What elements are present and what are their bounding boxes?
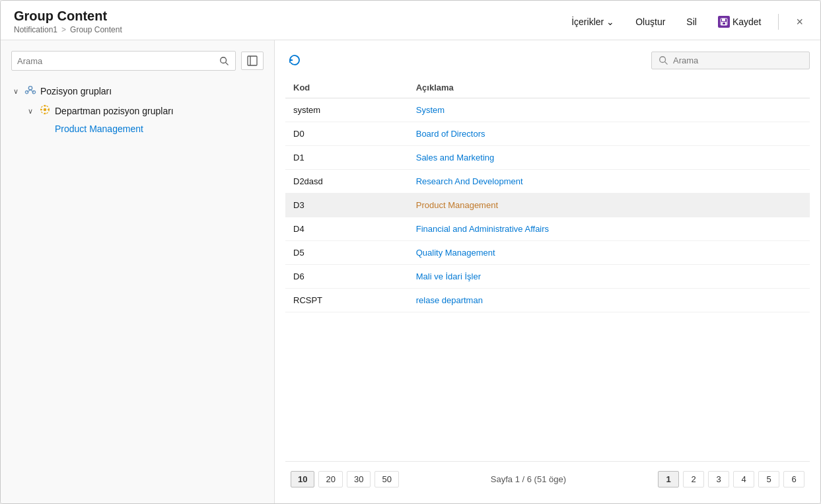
header: Group Content Notification1 > Group Cont… (1, 1, 820, 40)
body: ∨ Pozisyon grupları ∨ (1, 40, 820, 503)
tree-leaf-product[interactable]: Product Management (26, 121, 264, 137)
main-search-input[interactable] (673, 55, 803, 65)
pozisyon-icon (24, 84, 36, 98)
page-num-1[interactable]: 1 (658, 471, 679, 487)
cell-kod: D1 (285, 146, 408, 170)
table-row[interactable]: systemSystem (285, 98, 810, 122)
svg-point-18 (44, 113, 46, 115)
tree-item-pozisyon[interactable]: ∨ Pozisyon grupları (11, 81, 264, 101)
svg-rect-3 (723, 22, 725, 24)
table-row[interactable]: D3Product Management (285, 194, 810, 217)
main-window: Group Content Notification1 > Group Cont… (0, 0, 821, 504)
svg-point-16 (48, 109, 50, 111)
main-search-wrap (651, 52, 810, 69)
cell-kod: D3 (285, 194, 408, 217)
cell-aciklama: Quality Management (408, 241, 810, 265)
header-divider (778, 14, 779, 30)
tree-item-departman[interactable]: ∨ Departman pozisyon grupları (26, 101, 264, 121)
breadcrumb-separator: > (61, 25, 66, 34)
sidebar-search-bar (11, 51, 264, 71)
refresh-button[interactable] (285, 51, 304, 69)
page-num-2[interactable]: 2 (683, 471, 704, 487)
col-header-aciklama: Açıklama (408, 77, 810, 98)
svg-point-14 (44, 108, 47, 112)
panel-icon (247, 55, 258, 66)
sidebar-search-button[interactable] (218, 55, 230, 67)
header-actions: İçerikler ⌄ Oluştur Sil Kaydet (567, 13, 807, 30)
product-management-label: Product Management (55, 124, 143, 134)
page-numbers: 123456 (658, 471, 804, 487)
create-button[interactable]: Oluştur (631, 14, 669, 30)
main-search-icon (659, 55, 668, 65)
table-row[interactable]: D1Sales and Marketing (285, 146, 810, 170)
table-row[interactable]: D2dasdResearch And Development (285, 170, 810, 194)
svg-line-20 (665, 62, 668, 65)
cell-kod: D5 (285, 241, 408, 265)
cell-aciklama: Financial and Administrative Affairs (408, 217, 810, 241)
table-row[interactable]: RCSPTrelase departman (285, 289, 810, 312)
cell-kod: D2dasd (285, 170, 408, 194)
page-size-10[interactable]: 10 (291, 471, 314, 487)
sidebar-search-input[interactable] (17, 56, 214, 66)
close-button[interactable]: × (792, 13, 807, 30)
search-icon (219, 56, 229, 65)
cell-aciklama: System (408, 98, 810, 122)
contents-button[interactable]: İçerikler ⌄ (567, 14, 618, 30)
delete-button[interactable]: Sil (682, 14, 701, 30)
panel-toggle-button[interactable] (241, 52, 264, 70)
table-row[interactable]: D4Financial and Administrative Affairs (285, 217, 810, 241)
window-title: Group Content (14, 9, 567, 24)
refresh-icon (288, 54, 301, 67)
cell-aciklama: Sales and Marketing (408, 146, 810, 170)
cell-kod: RCSPT (285, 289, 408, 312)
save-icon (718, 16, 730, 28)
svg-rect-6 (248, 56, 257, 65)
page-num-6[interactable]: 6 (783, 471, 804, 487)
table-container: Kod Açıklama systemSystemD0Board of Dire… (285, 77, 810, 456)
page-num-5[interactable]: 5 (758, 471, 779, 487)
page-size-30[interactable]: 30 (347, 471, 371, 487)
table-row[interactable]: D0Board of Directors (285, 122, 810, 146)
chevron-down-icon: ⌄ (606, 17, 614, 27)
main-content: Kod Açıklama systemSystemD0Board of Dire… (275, 40, 820, 503)
tree: ∨ Pozisyon grupları ∨ (11, 81, 264, 137)
tree-children: ∨ Departman pozisyon grupları (11, 101, 264, 137)
cell-kod: D0 (285, 122, 408, 146)
cell-kod: D6 (285, 265, 408, 289)
cell-kod: D4 (285, 217, 408, 241)
sidebar: ∨ Pozisyon grupları ∨ (1, 40, 275, 503)
cell-aciklama: Product Management (408, 194, 810, 217)
cell-aciklama: Research And Development (408, 170, 810, 194)
page-sizes: 10203050 (291, 471, 399, 487)
cell-aciklama: relase departman (408, 289, 810, 312)
cell-aciklama: Board of Directors (408, 122, 810, 146)
page-info: Sayfa 1 / 6 (51 öge) (403, 474, 654, 484)
breadcrumb-current: Group Content (70, 25, 122, 34)
expand-icon-departman: ∨ (26, 107, 35, 116)
svg-line-5 (226, 63, 229, 65)
table-row[interactable]: D5Quality Management (285, 241, 810, 265)
pagination: 10203050 Sayfa 1 / 6 (51 öge) 123456 (285, 461, 810, 493)
departman-icon (39, 104, 51, 118)
cell-kod: system (285, 98, 408, 122)
svg-point-8 (28, 87, 32, 90)
breadcrumb-parent: Notification1 (14, 25, 57, 34)
page-num-4[interactable]: 4 (733, 471, 754, 487)
cell-aciklama: Mali ve İdari İşler (408, 265, 810, 289)
page-num-3[interactable]: 3 (708, 471, 729, 487)
page-size-20[interactable]: 20 (318, 471, 342, 487)
svg-rect-1 (722, 18, 725, 21)
header-left: Group Content Notification1 > Group Cont… (14, 9, 567, 34)
main-toolbar (285, 51, 810, 69)
sidebar-search-wrap (11, 51, 236, 71)
data-table: Kod Açıklama systemSystemD0Board of Dire… (285, 77, 810, 312)
expand-icon: ∨ (11, 87, 20, 96)
table-row[interactable]: D6Mali ve İdari İşler (285, 265, 810, 289)
page-size-50[interactable]: 50 (375, 471, 398, 487)
svg-point-17 (40, 109, 42, 111)
tree-item-departman-label: Departman pozisyon grupları (55, 106, 174, 116)
tree-item-pozisyon-label: Pozisyon grupları (40, 86, 112, 96)
col-header-kod: Kod (285, 77, 408, 98)
save-button[interactable]: Kaydet (714, 13, 766, 30)
svg-point-15 (44, 105, 46, 107)
